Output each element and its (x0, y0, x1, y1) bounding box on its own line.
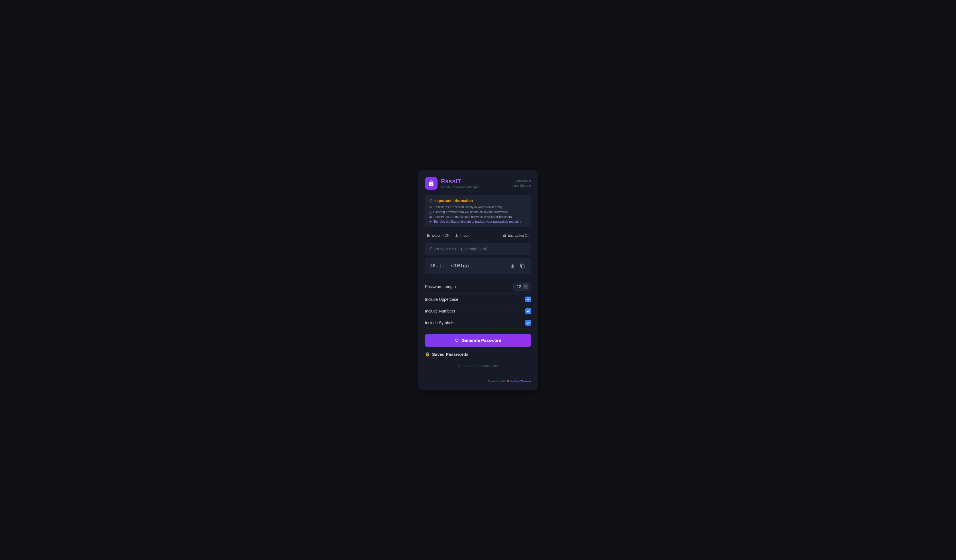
info-title: ⊙ Important Information (429, 198, 527, 203)
check-circle-icon: ⊘ (429, 205, 432, 209)
app-title-block: PassIT Secure Password Manager (441, 178, 479, 188)
lock-open-icon (503, 234, 506, 237)
include-uppercase-checkbox[interactable] (525, 296, 531, 302)
include-symbols-checkbox[interactable] (525, 320, 531, 326)
stepper-icon (524, 285, 527, 288)
include-symbols-label: Include Symbols (425, 320, 454, 325)
include-uppercase-row: Include Uppercase (425, 294, 531, 305)
info-item-1: ⊘ Passwords are stored locally in your b… (429, 205, 527, 209)
app-subtitle: Secure Password Manager (441, 185, 479, 189)
import-button[interactable]: Import (453, 232, 471, 238)
header-version: Version 1.0 Local Storage (512, 179, 531, 188)
app-name: PassIT (441, 178, 479, 185)
copy-password-button[interactable] (519, 262, 526, 270)
include-numbers-row: Include Numbers (425, 305, 531, 317)
info-item-tip: ✦ Tip: Use the Export feature to backup … (429, 220, 527, 224)
alert-icon: △ (429, 210, 431, 214)
saved-passwords-title: 🔒 Saved Passwords (425, 352, 531, 357)
website-input[interactable] (425, 243, 531, 255)
warning-icon: ⊙ (429, 198, 432, 203)
generate-password-button[interactable]: Generate Password (425, 334, 531, 347)
lock-icon (428, 180, 434, 187)
password-length-label: Password Length (425, 284, 456, 289)
export-pdf-button[interactable]: Export PDF (425, 232, 451, 238)
app-name-suffix: IT (456, 178, 461, 185)
password-display: IG.|.--<TWlgg (425, 258, 531, 274)
length-value: 12 (516, 284, 521, 289)
toolbar: Export PDF Import Encryption Off (425, 232, 531, 238)
include-numbers-label: Include Numbers (425, 309, 455, 313)
generate-btn-label: Generate Password (461, 338, 502, 343)
checkmark-icon (527, 298, 530, 301)
app-logo (425, 177, 437, 190)
include-uppercase-label: Include Uppercase (425, 297, 458, 302)
upload-icon (510, 264, 515, 268)
author-link[interactable]: DevOlawale (514, 380, 531, 383)
password-actions (509, 262, 526, 270)
header: PassIT Secure Password Manager Version 1… (425, 177, 531, 190)
header-left: PassIT Secure Password Manager (425, 177, 479, 190)
encryption-toggle[interactable]: Encryption Off (501, 232, 531, 238)
saved-passwords-section: 🔒 Saved Passwords No saved passwords yet (425, 352, 531, 372)
info-list: ⊘ Passwords are stored locally in your b… (429, 205, 527, 224)
footer: Created with ❤ by DevOlawale (425, 377, 531, 383)
no-passwords-message: No saved passwords yet (425, 361, 531, 372)
length-display: 12 (513, 282, 531, 290)
include-symbols-row: Include Symbols (425, 317, 531, 329)
include-numbers-checkbox[interactable] (525, 308, 531, 314)
info-item-2: △ Clearing browser data will delete all … (429, 210, 527, 214)
upload-password-button[interactable] (509, 262, 516, 270)
tip-icon: ✦ (429, 220, 432, 224)
password-length-control: 12 (513, 282, 531, 290)
password-value: IG.|.--<TWlgg (430, 264, 469, 268)
info-item-3: ⇄ Passwords are not synced between devic… (429, 215, 527, 219)
password-length-row: Password Length 12 (425, 280, 531, 294)
length-stepper[interactable] (523, 284, 528, 289)
checkmark-icon-3 (527, 321, 530, 325)
checkmark-icon-2 (527, 309, 530, 313)
app-card: PassIT Secure Password Manager Version 1… (418, 170, 538, 390)
info-box: ⊙ Important Information ⊘ Passwords are … (425, 195, 531, 227)
sync-icon: ⇄ (429, 215, 432, 219)
version-text: Version 1.0 Local Storage (512, 179, 531, 188)
copy-icon (520, 264, 525, 268)
refresh-icon (454, 338, 459, 342)
app-name-prefix: Pass (441, 178, 456, 185)
export-icon (427, 234, 430, 237)
saved-lock-icon: 🔒 (425, 352, 430, 356)
heart-icon: ❤ (506, 380, 510, 383)
import-icon (455, 234, 458, 237)
